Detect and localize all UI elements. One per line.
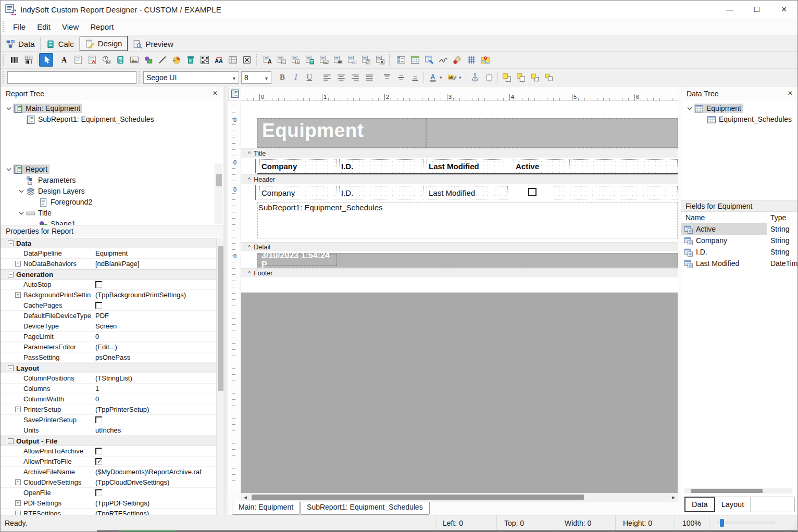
toolbar-grip[interactable]: [3, 21, 5, 32]
tool-dimension[interactable]: [482, 71, 496, 84]
field-row-company[interactable]: CompanyString: [681, 235, 798, 246]
menu-view[interactable]: View: [56, 20, 84, 33]
close-icon[interactable]: ✕: [211, 89, 219, 97]
property-row-datapipeline[interactable]: +DataPipelineEquipment: [1, 248, 216, 259]
property-row-backgroundprintsettin[interactable]: +BackgroundPrintSettin(TppBackgroundPrin…: [1, 290, 216, 300]
property-row-printersetup[interactable]: +PrinterSetup(TppPrinterSetup): [1, 404, 216, 415]
property-row-saveprintersetup[interactable]: +SavePrinterSetup: [1, 415, 216, 425]
field-name[interactable]: I.D.: [681, 246, 767, 258]
font-name-combo[interactable]: Segoe UI ▼: [143, 71, 239, 84]
footer-bar[interactable]: 3/10/2023 1:54:24 P: [257, 253, 678, 268]
field-name[interactable]: Company: [681, 235, 767, 246]
report-tree-scrollbar[interactable]: [215, 163, 222, 224]
detail-cell-company[interactable]: Company: [259, 186, 336, 199]
tool-signature[interactable]: [436, 53, 450, 67]
property-value[interactable]: 0: [95, 333, 216, 340]
subreport-label[interactable]: SubReport1: Equipment_Schedules: [258, 203, 383, 212]
zoom-slider-thumb[interactable]: [720, 519, 724, 527]
tool-anchor[interactable]: [468, 71, 482, 84]
tool-crosstab[interactable]: [422, 53, 436, 67]
property-section-layout[interactable]: −Layout: [1, 363, 216, 373]
band-separator-header[interactable]: ^ Header: [241, 174, 678, 184]
chevron-down-icon[interactable]: [5, 104, 13, 112]
toolbar-grip[interactable]: [389, 54, 392, 66]
font-size-combo[interactable]: 8 ▼: [241, 71, 271, 84]
tool-db-qrcode[interactable]: [359, 53, 373, 67]
property-row-cachepages[interactable]: +CachePages: [1, 300, 216, 311]
tree-item-equipment[interactable]: Equipment: [681, 103, 798, 113]
tool-db-memo[interactable]: [275, 53, 289, 67]
chevron-down-icon[interactable]: [685, 104, 694, 112]
tool-trash[interactable]: [183, 53, 197, 67]
tool-move-forward[interactable]: [528, 71, 542, 84]
tool-bring-to-front[interactable]: [500, 71, 514, 84]
zoom-slider[interactable]: [709, 515, 797, 530]
tool-highlight[interactable]: ab: [445, 71, 459, 84]
property-row-units[interactable]: +UnitsutInches: [1, 425, 216, 436]
detail-checkbox-active[interactable]: [528, 188, 537, 196]
property-row-pdfsettings[interactable]: +PDFSettings(TppPDFSettings): [1, 498, 216, 509]
property-value[interactable]: (TStringList): [95, 374, 216, 382]
tool-align-right[interactable]: [348, 71, 362, 84]
field-name[interactable]: Last Modified: [681, 258, 767, 269]
expand-icon[interactable]: +: [15, 292, 21, 298]
band-separator-title[interactable]: ^ Title: [241, 148, 678, 158]
tool-checkbox-x[interactable]: [240, 53, 254, 67]
field-name[interactable]: Active: [681, 223, 767, 235]
maximize-button[interactable]: ☐: [743, 1, 770, 18]
tree-item-report[interactable]: Report: [1, 163, 214, 174]
property-checkbox[interactable]: [95, 458, 102, 465]
tab-design[interactable]: Design: [80, 36, 128, 51]
tool-image[interactable]: [127, 53, 141, 67]
property-row-autostop[interactable]: +AutoStop: [1, 280, 216, 290]
tool-db-image[interactable]: [317, 53, 331, 67]
tab-preview[interactable]: Preview: [128, 37, 179, 51]
tool-align-left[interactable]: [320, 71, 334, 84]
tool-valign-middle[interactable]: [394, 71, 408, 84]
tool-spreadsheet[interactable]: [226, 53, 240, 67]
property-checkbox[interactable]: [95, 281, 102, 288]
canvas-horizontal-scrollbar[interactable]: ◄ ►: [241, 493, 678, 502]
tool-font-color[interactable]: A: [426, 71, 440, 84]
scrollbar-thumb[interactable]: [218, 246, 223, 391]
property-value[interactable]: psOnePass: [95, 353, 216, 361]
tab-data[interactable]: Data: [684, 497, 715, 512]
property-section-output-file[interactable]: −Output - File: [1, 436, 216, 446]
tool-qr-code[interactable]: [197, 53, 211, 67]
tool-table-barcode[interactable]: [21, 53, 35, 67]
zoom-slider-track[interactable]: [717, 522, 775, 524]
title-shape-right[interactable]: [426, 118, 678, 148]
tool-label[interactable]: A: [57, 53, 71, 67]
header-cell-active[interactable]: Active: [514, 159, 566, 173]
expand-icon[interactable]: +: [15, 511, 21, 515]
property-value[interactable]: PDF: [95, 312, 216, 320]
tool-move-backward[interactable]: [542, 71, 556, 84]
field-row-active[interactable]: ActiveString: [681, 223, 798, 235]
tree-item-foreground2[interactable]: Foreground2: [1, 196, 214, 207]
tool-db-chart[interactable]: [345, 53, 359, 67]
tool-pointer[interactable]: [39, 53, 53, 67]
collapse-icon[interactable]: −: [8, 240, 14, 246]
collapse-icon[interactable]: −: [8, 365, 14, 371]
tool-barcode[interactable]: [7, 53, 21, 67]
toolbar-grip[interactable]: [3, 54, 5, 66]
chevron-down-icon[interactable]: ▾: [459, 71, 464, 84]
chevron-down-icon[interactable]: [5, 165, 13, 173]
scrollbar-thumb[interactable]: [691, 489, 763, 493]
tree-item-parameters[interactable]: [?]Parameters: [1, 174, 214, 185]
property-value[interactable]: [ndBlankPage]: [95, 260, 216, 268]
property-section-data[interactable]: −Data: [1, 238, 216, 248]
bold-button[interactable]: B: [276, 71, 289, 84]
toolbar-grip[interactable]: [3, 71, 5, 83]
property-section-generation[interactable]: −Generation: [1, 269, 216, 280]
column-type[interactable]: Type: [767, 212, 798, 223]
chevron-down-icon[interactable]: ▾: [440, 71, 445, 84]
property-row-allowprinttoarchive[interactable]: +AllowPrintToArchive: [1, 446, 216, 457]
property-row-columns[interactable]: +Columns1: [1, 384, 216, 394]
tool-richtext[interactable]: A: [85, 53, 99, 67]
expand-icon[interactable]: +: [15, 479, 21, 485]
tool-line[interactable]: [155, 53, 169, 67]
property-value[interactable]: Equipment: [95, 249, 216, 257]
scrollbar-thumb[interactable]: [252, 495, 584, 500]
property-row-defaultfiledevicetype[interactable]: +DefaultFileDeviceTypePDF: [1, 311, 216, 321]
